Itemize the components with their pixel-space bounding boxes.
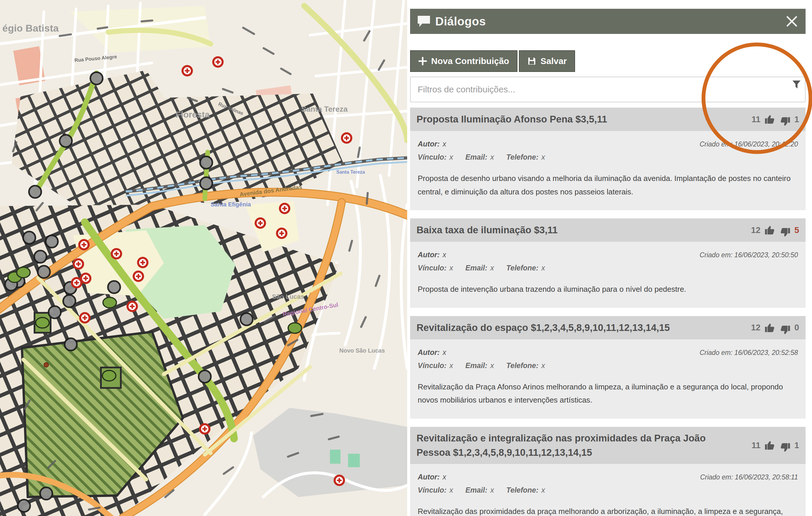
vinculo-label: Vínculo: xyxy=(418,264,447,272)
contribution-header[interactable]: Revitalização e integralização nas proxi… xyxy=(410,427,806,464)
contribution-body: Autor: x Criado em: 16/06/2023, 20:50:50… xyxy=(410,242,806,308)
thumb-down-icon[interactable] xyxy=(779,116,791,127)
thumb-down-icon[interactable] xyxy=(779,442,791,453)
like-count: 11 xyxy=(751,441,760,450)
dislike-count: 1 xyxy=(794,115,799,124)
vinculo-label: Vínculo: xyxy=(418,153,447,161)
contribution-item: Baixa taxa de iluminação $3,11 12 5 Auto… xyxy=(410,218,806,308)
svg-text:Santa Tereza: Santa Tereza xyxy=(301,105,348,114)
vote-controls: 12 0 xyxy=(751,322,799,334)
save-button[interactable]: Salvar xyxy=(519,50,575,72)
contribution-header[interactable]: Revitalização do espaço $1,2,3,4,5,8,9,1… xyxy=(410,316,806,339)
contribution-title: Revitalização e integralização nas proxi… xyxy=(416,431,712,460)
close-icon xyxy=(785,14,799,28)
contribution-item: Proposta Iluminação Afonso Pena $3,5,11 … xyxy=(410,108,806,210)
telefone-label: Telefone: xyxy=(506,486,539,494)
vinculo-value: x xyxy=(450,486,454,494)
filter-input[interactable] xyxy=(410,77,806,102)
dislike-count: 0 xyxy=(794,323,799,332)
contribution-title: Proposta Iluminação Afonso Pena $3,5,11 xyxy=(416,112,607,127)
created-at: Criado em: 16/06/2023, 20:52:58 xyxy=(700,349,798,357)
author-value: x xyxy=(442,250,446,259)
contribution-description: Proposta de desenho urbano visando a mel… xyxy=(418,172,798,199)
dislike-count: 5 xyxy=(794,225,799,235)
author-label: Autor: xyxy=(418,473,440,481)
email-label: Email: xyxy=(465,264,487,272)
author-label: Autor: xyxy=(418,140,440,148)
save-label: Salvar xyxy=(541,56,567,66)
vote-controls: 11 1 xyxy=(751,114,799,125)
author-label: Autor: xyxy=(418,250,440,259)
thumb-down-icon[interactable] xyxy=(779,324,791,336)
telefone-value: x xyxy=(542,361,545,370)
author-value: x xyxy=(442,473,446,481)
vinculo-value: x xyxy=(450,264,454,272)
toolbar: Nova Contribuição Salvar xyxy=(410,50,806,72)
save-icon xyxy=(527,56,536,66)
svg-text:São Lucas: São Lucas xyxy=(272,293,304,300)
author-label: Autor: xyxy=(418,348,440,357)
plus-icon xyxy=(418,57,427,65)
filter-container xyxy=(410,77,806,102)
map-canvas[interactable]: égio BatistaRua Pouso AlegreFlorestaSant… xyxy=(0,0,407,516)
dislike-count: 1 xyxy=(794,441,799,450)
created-at: Criado em: 16/06/2023, 20:42:20 xyxy=(700,140,798,148)
telefone-value: x xyxy=(542,153,545,161)
author-value: x xyxy=(442,348,446,357)
telefone-label: Telefone: xyxy=(506,264,539,272)
comment-icon xyxy=(417,15,431,28)
brown-markers[interactable] xyxy=(44,363,49,367)
contribution-body: Autor: x Criado em: 16/06/2023, 20:52:58… xyxy=(410,339,806,419)
created-at: Criado em: 16/06/2023, 20:50:50 xyxy=(700,251,798,259)
thumb-up-icon[interactable] xyxy=(764,114,776,125)
contribution-description: Revitalização da Praça Afonso Arinos mel… xyxy=(418,381,798,407)
contribution-header[interactable]: Baixa taxa de iluminação $3,11 12 5 xyxy=(410,218,806,242)
telefone-label: Telefone: xyxy=(506,361,539,370)
thumb-up-icon[interactable] xyxy=(764,224,776,236)
vote-controls: 12 5 xyxy=(751,224,799,236)
email-value: x xyxy=(490,153,494,161)
like-count: 12 xyxy=(751,323,760,332)
thumb-up-icon[interactable] xyxy=(764,439,776,451)
thumb-down-icon[interactable] xyxy=(779,226,791,238)
filter-funnel-icon[interactable] xyxy=(791,80,802,89)
email-label: Email: xyxy=(465,361,487,370)
contribution-body: Autor: x Criado em: 16/06/2023, 20:42:20… xyxy=(410,131,806,210)
svg-text:Santa Tereza: Santa Tereza xyxy=(337,170,365,175)
new-contribution-button[interactable]: Nova Contribuição xyxy=(410,50,517,72)
author-value: x xyxy=(442,140,446,148)
thumb-up-icon[interactable] xyxy=(764,322,776,334)
vinculo-value: x xyxy=(450,361,454,370)
contribution-body: Autor: x Criado em: 16/06/2023, 20:58:11… xyxy=(410,464,806,516)
vinculo-label: Vínculo: xyxy=(418,486,447,494)
like-count: 12 xyxy=(751,225,760,235)
contribution-list: Proposta Iluminação Afonso Pena $3,5,11 … xyxy=(410,108,806,516)
telefone-label: Telefone: xyxy=(506,153,539,161)
panel-header: Diálogos xyxy=(410,9,806,34)
telefone-value: x xyxy=(542,486,545,494)
app-window: égio BatistaRua Pouso AlegreFlorestaSant… xyxy=(0,0,812,516)
vinculo-label: Vínculo: xyxy=(418,361,447,370)
dialogs-panel: Diálogos Nova Contribuição Sa xyxy=(407,0,812,516)
vote-controls: 11 1 xyxy=(751,439,799,451)
contribution-item: Revitalização do espaço $1,2,3,4,5,8,9,1… xyxy=(410,316,806,419)
svg-text:Santa Efigênia: Santa Efigênia xyxy=(211,201,251,208)
created-at: Criado em: 16/06/2023, 20:58:11 xyxy=(700,473,798,481)
svg-text:Novo São Lucas: Novo São Lucas xyxy=(339,347,385,354)
telefone-value: x xyxy=(542,264,545,272)
contribution-description: Proposta de intevenção urbana trazendo a… xyxy=(418,283,798,296)
email-value: x xyxy=(490,361,494,370)
contribution-header[interactable]: Proposta Iluminação Afonso Pena $3,5,11 … xyxy=(410,108,806,131)
contribution-description: Revitalização das proximidades da praça … xyxy=(418,505,798,516)
svg-text:égio Batista: égio Batista xyxy=(2,23,59,34)
svg-text:Floresta: Floresta xyxy=(175,110,210,119)
panel-title: Diálogos xyxy=(435,15,486,28)
contribution-title: Revitalização do espaço $1,2,3,4,5,8,9,1… xyxy=(416,321,670,335)
email-value: x xyxy=(490,486,494,494)
contribution-item: Revitalização e integralização nas proxi… xyxy=(410,427,806,516)
close-button[interactable] xyxy=(785,14,799,28)
email-value: x xyxy=(490,264,494,272)
like-count: 11 xyxy=(751,115,760,124)
contribution-title: Baixa taxa de iluminação $3,11 xyxy=(416,223,557,237)
email-label: Email: xyxy=(465,153,487,161)
